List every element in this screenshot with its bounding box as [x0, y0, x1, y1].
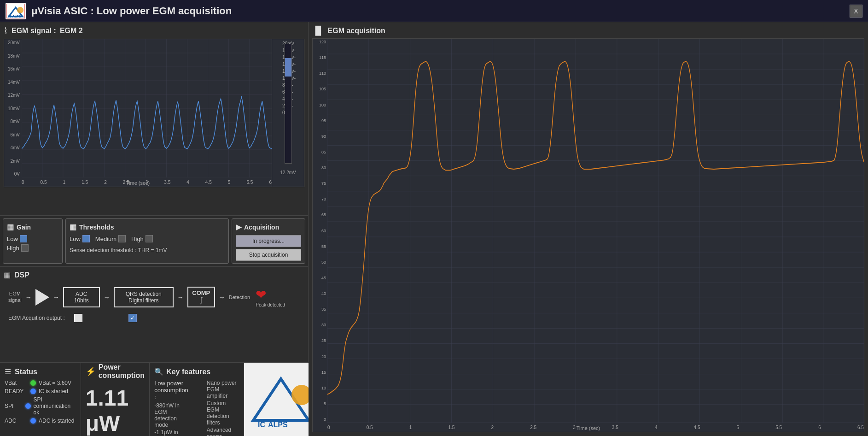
acquisition-box: ▶ Acquisition In progress... Stop acquis… [232, 218, 305, 264]
y-label-2: 2mV [4, 159, 22, 164]
x-35: 3.5 [164, 180, 170, 185]
waveform-icon: ⌇ [4, 26, 8, 36]
dsp-header: ▦ DSP [4, 271, 304, 279]
status-vbat-label: VBat [5, 380, 28, 386]
gain-high-label: High [7, 245, 19, 252]
acq-x-axis-title: Time (sec) [577, 425, 600, 431]
dsp-heart: ❤ Peak detected [256, 287, 285, 307]
threshold-title: ▦ Thresholds [70, 223, 225, 231]
col1-item2: -1.1μW in EGM acquisition mode [154, 429, 188, 436]
acq-header: ▐▌ EGM acquisition [312, 26, 864, 35]
egm-main-chart: 20mV 18mV 16mV 14mV 12mV 10mV 8mV 6mV 4m… [4, 39, 272, 187]
gain-high-checkbox[interactable] [21, 244, 29, 252]
thr-low-checkbox[interactable] [82, 235, 90, 242]
scroll-thumb[interactable] [285, 58, 291, 77]
power-header: ⚡ Power consumption [86, 363, 145, 380]
scroll-track[interactable] [285, 44, 292, 164]
status-spi-led [25, 403, 31, 409]
threshold-checkboxes: Low Medium High [70, 235, 225, 244]
dsp-section: ▦ DSP EGMsignal → → ADC10bits → [0, 266, 308, 362]
threshold-icon: ▦ [70, 223, 76, 231]
x-55: 5.5 [246, 180, 253, 185]
dsp-comp-box: COMP ∫ [187, 287, 215, 307]
dsp-arrow1: → [25, 294, 32, 301]
dsp-output-checkbox1[interactable] [74, 314, 82, 322]
power-box: ⚡ Power consumption 1.11 μW [81, 363, 150, 436]
egm-acquisition-section: ▐▌ EGM acquisition 120 115 110 105 100 9… [309, 22, 868, 436]
gain-icon: ▦ [7, 223, 14, 231]
thr-high-row: High [131, 235, 153, 242]
thr-low-row: Low [70, 235, 90, 242]
y-label-16: 16mV [4, 66, 22, 71]
threshold-box: ▦ Thresholds Low Medium High [65, 218, 229, 264]
gain-low-label: Low [7, 236, 18, 242]
x-0: 0 [22, 180, 24, 185]
thr-low-label: Low [70, 236, 81, 242]
status-box: ☰ Status VBat VBat = 3.60V READY IC is s… [0, 363, 81, 436]
col2-item3: Advanced power management [207, 427, 239, 436]
svg-text:IC: IC [258, 421, 265, 429]
title-bar: IC ALPS μVisia ASIC : Low power EGM acqu… [0, 0, 868, 22]
dsp-arrow2: → [53, 294, 59, 301]
close-button[interactable]: X [850, 5, 862, 18]
acq-svg [327, 39, 864, 423]
acq-icon: ▐▌ [312, 26, 324, 35]
acq-title: EGM acquisition [328, 27, 385, 35]
col1-title: Low power consumption : [154, 380, 188, 401]
y-label-18: 18mV [4, 53, 22, 59]
status-adc-value: ADC is started [39, 418, 74, 424]
thr-high-checkbox[interactable] [146, 235, 153, 242]
status-adc-label: ADC [5, 418, 28, 424]
y-label-14: 14mV [4, 80, 22, 85]
dsp-output-row: EGM Acquition output : ✓ [4, 314, 304, 322]
thr-medium-checkbox[interactable] [118, 235, 126, 242]
gain-box: ▦ Gain Low High [3, 218, 63, 264]
dsp-output-checkbox2[interactable]: ✓ [128, 314, 137, 322]
y-label-20: 20mV [4, 40, 22, 45]
key-features-box: 🔍 Key features Low power consumption : -… [150, 363, 244, 436]
dsp-adc-box: ADC10bits [63, 287, 100, 307]
stop-acquisition-button[interactable]: Stop acquisition [236, 249, 301, 261]
dsp-output-label: EGM Acquition output : [8, 315, 65, 321]
x-05: 0.5 [41, 180, 47, 185]
power-icon: ⚡ [86, 366, 96, 377]
gain-low-checkbox[interactable] [20, 235, 27, 242]
x-axis-title: Time (sec) [126, 180, 150, 186]
status-ready-label: READY [5, 388, 28, 395]
dsp-title: DSP [14, 271, 29, 279]
dsp-amplifier-icon [35, 289, 49, 306]
dsp-detection-label: Detection [229, 295, 250, 300]
dsp-egm-signal: EGMsignal [8, 291, 22, 303]
egm-signal-title: EGM signal : [12, 27, 56, 35]
status-icon: ☰ [5, 367, 11, 376]
status-ready-led [30, 389, 36, 394]
controls-row: ▦ Gain Low High ▦ Thresholds [0, 216, 308, 266]
acq-chart-inner [327, 39, 864, 423]
app-title: μVisia ASIC : Low power EGM acquisition [31, 5, 232, 17]
egm-svg [22, 39, 272, 177]
key-features-col2: Nano power EGM amplifier Custom EGM dete… [207, 380, 239, 436]
power-value: 1.11 μW [86, 385, 145, 436]
dsp-qrs-box: QRS detectionDigital filters [114, 287, 174, 307]
egm-scroll-area[interactable]: 20mV- 18mV- 16mV- 14mV- 12mV- 10mV- 8mV-… [272, 39, 304, 187]
gain-high-row: High [7, 244, 58, 252]
sense-threshold: Sense detection threshold : THR = 1mV [70, 247, 225, 253]
title-bar-left: IC ALPS μVisia ASIC : Low power EGM acqu… [6, 3, 232, 19]
egm-channel: EGM 2 [60, 27, 83, 35]
status-spi-value: SPI communication ok [34, 396, 76, 416]
egm-chart-inner [22, 39, 272, 177]
key-features-header: 🔍 Key features [154, 367, 239, 376]
gain-low-row: Low [7, 235, 58, 242]
svg-point-4 [17, 7, 23, 13]
icalps-logo: IC ALPS [244, 370, 318, 430]
in-progress-button[interactable]: In progress... [236, 235, 301, 247]
status-vbat-value: VBat = 3.60V [39, 380, 71, 386]
y-label-10: 10mV [4, 106, 22, 111]
logo-box: IC ALPS [244, 363, 318, 436]
col2-item2: Custom EGM detection filters [207, 400, 239, 426]
y-label-8: 8mV [4, 119, 22, 124]
gain-title: ▦ Gain [7, 223, 58, 231]
egm-signal-header: ⌇ EGM signal : EGM 2 [4, 26, 304, 36]
key-features-icon: 🔍 [154, 367, 163, 376]
y-axis-labels: 20mV 18mV 16mV 14mV 12mV 10mV 8mV 6mV 4m… [4, 39, 22, 177]
